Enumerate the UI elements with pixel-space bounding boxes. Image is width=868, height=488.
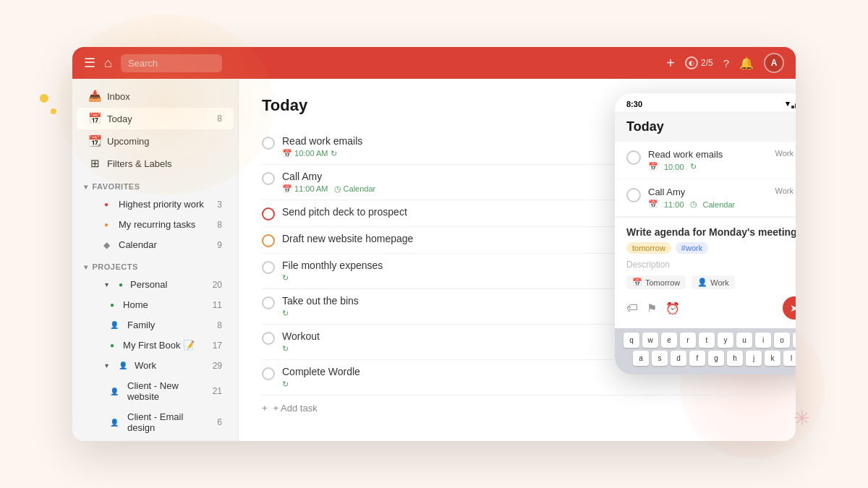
wifi-icon: ▾ <box>786 99 790 108</box>
sidebar-item-today[interactable]: 📅 Today 8 <box>77 108 234 129</box>
mobile-task-checkbox[interactable] <box>626 188 641 202</box>
mobile-task-item: Read work emails 📅 10:00 ↻ Work 👤 <box>615 142 796 179</box>
send-button[interactable]: ➤ <box>783 296 796 320</box>
key-f[interactable]: f <box>689 351 705 366</box>
key-p[interactable]: p <box>793 333 796 348</box>
key-a[interactable]: a <box>633 351 649 366</box>
mobile-task-checkbox[interactable] <box>626 150 641 165</box>
task-meta: ↻ <box>282 380 727 389</box>
task-checkbox-medium[interactable] <box>262 234 275 247</box>
sidebar-item-family[interactable]: 👤 Family 8 <box>77 315 234 335</box>
key-h[interactable]: h <box>727 351 743 366</box>
label-icon[interactable]: 🏷 <box>626 301 638 314</box>
meta-work[interactable]: 👤 Work <box>692 275 734 289</box>
task-checkbox[interactable] <box>262 172 275 185</box>
mobile-task-content: Call Amy 📅 11:00 ◷ Calendar <box>648 187 767 209</box>
family-label: Family <box>127 320 211 330</box>
key-r[interactable]: r <box>680 333 696 348</box>
inbox-label: Inbox <box>107 91 222 102</box>
signal-bars <box>791 100 796 108</box>
main-panel: Today ⊟ View Read work emails 📅 10:00 AM… <box>239 79 796 441</box>
projects-section-header[interactable]: ▾ Projects <box>72 255 238 274</box>
menu-icon[interactable]: ☰ <box>84 55 95 71</box>
task-checkbox[interactable] <box>262 137 275 150</box>
task-time: 📅 11:00 AM <box>282 184 328 194</box>
calendar-label: Calendar <box>119 239 211 250</box>
search-input[interactable] <box>121 54 222 72</box>
notification-icon[interactable]: 🔔 <box>739 56 754 70</box>
key-k[interactable]: k <box>765 351 780 366</box>
task-checkbox[interactable] <box>262 332 275 345</box>
mobile-description-placeholder[interactable]: Description <box>626 260 796 270</box>
mobile-input-area: Write agenda for Monday's meeting tomorr… <box>615 217 796 328</box>
sidebar-item-client-website[interactable]: 👤 Client - New website 21 <box>77 376 234 406</box>
tag-tomorrow[interactable]: tomorrow <box>626 242 671 254</box>
tag-work[interactable]: #work <box>676 242 708 254</box>
sidebar-item-filters[interactable]: ⊞ Filters & Labels <box>77 153 234 174</box>
sidebar-item-highest-priority[interactable]: ● Highest priority work 3 <box>77 194 234 214</box>
key-t[interactable]: t <box>699 333 715 348</box>
mobile-time: 8:30 <box>626 100 642 108</box>
key-e[interactable]: e <box>661 333 677 348</box>
recurring-count: 8 <box>217 220 222 230</box>
key-q[interactable]: q <box>624 333 639 348</box>
key-i[interactable]: i <box>755 333 771 348</box>
add-button[interactable]: + <box>666 55 675 72</box>
sidebar-item-upcoming[interactable]: 📆 Upcoming <box>77 130 234 152</box>
meta-calendar-icon: 📅 <box>632 278 642 287</box>
help-icon[interactable]: ? <box>723 57 729 69</box>
meta-tomorrow[interactable]: 📅 Tomorrow <box>626 275 686 289</box>
key-y[interactable]: y <box>718 333 733 348</box>
sidebar-item-client-email[interactable]: 👤 Client - Email design 6 <box>77 407 234 437</box>
task-checkbox-urgent[interactable] <box>262 207 275 221</box>
sidebar-item-firstbook[interactable]: ● My First Book 📝 17 <box>77 335 234 355</box>
sidebar-item-home[interactable]: ● Home 11 <box>77 295 234 314</box>
key-w[interactable]: w <box>642 333 658 348</box>
key-o[interactable]: o <box>774 333 790 348</box>
flag-icon[interactable]: ⚑ <box>647 301 657 315</box>
key-s[interactable]: s <box>652 351 668 366</box>
mobile-task-meta: 📅 11:00 ◷ Calendar <box>648 200 767 209</box>
projects-header-label: Projects <box>93 262 138 271</box>
task-checkbox[interactable] <box>262 367 275 380</box>
work-dot: 👤 <box>119 361 127 369</box>
nav-right: + ◐ 2/5 ? 🔔 A <box>666 53 784 73</box>
projects-chevron: ▾ <box>84 263 88 271</box>
task-checkbox[interactable] <box>262 261 275 274</box>
key-d[interactable]: d <box>671 351 686 366</box>
favorites-section-header[interactable]: ▾ Favorites <box>72 175 238 194</box>
personal-label: Personal <box>130 279 207 290</box>
add-task-button[interactable]: + + Add task <box>262 395 773 421</box>
highest-priority-count: 3 <box>217 200 222 210</box>
key-g[interactable]: g <box>708 351 724 366</box>
home-icon[interactable]: ⌂ <box>104 56 112 71</box>
client-email-dot: 👤 <box>110 419 119 427</box>
star-decoration: ✳ <box>793 406 810 430</box>
key-j[interactable]: j <box>746 351 762 366</box>
sidebar-item-calendar[interactable]: ◆ Calendar 9 <box>77 235 234 254</box>
task-calendar: ◷ Calendar <box>334 184 376 194</box>
sidebar-item-inbox[interactable]: 📥 Inbox <box>77 85 234 107</box>
mobile-task-title: Call Amy <box>648 187 767 197</box>
key-l[interactable]: l <box>783 351 796 366</box>
svg-rect-1 <box>795 103 796 108</box>
task-checkbox[interactable] <box>262 296 275 309</box>
sidebar-item-personal[interactable]: ▾ ● Personal 20 <box>77 275 234 294</box>
firstbook-label: My First Book 📝 <box>123 340 207 351</box>
sidebar: 📥 Inbox 📅 Today 8 📆 Upcoming ⊞ Filters &… <box>72 79 239 441</box>
personal-expand-icon: ▾ <box>100 281 113 288</box>
mobile-task-project: Work 👤 <box>775 187 796 196</box>
sidebar-item-recurring[interactable]: ● My recurring tasks 8 <box>77 215 234 234</box>
mobile-more-button[interactable]: ⋮ <box>793 119 796 134</box>
sidebar-item-work[interactable]: ▾ 👤 Work 29 <box>77 356 234 375</box>
client-email-count: 6 <box>217 417 222 427</box>
reminder-icon[interactable]: ⏰ <box>665 301 680 315</box>
mobile-task-meta: 📅 10:00 ↻ <box>648 162 767 171</box>
avatar[interactable]: A <box>764 53 784 73</box>
key-u[interactable]: u <box>736 333 752 348</box>
today-label: Today <box>107 114 211 124</box>
sidebar-item-client-rebrand[interactable]: 👤 Client - Rebrand 14 <box>77 438 234 441</box>
karma-badge: ◐ 2/5 <box>685 56 713 69</box>
keyboard-row-2: a s d f g h j k l <box>618 351 796 366</box>
mobile-task-time: 11:00 <box>664 200 684 209</box>
